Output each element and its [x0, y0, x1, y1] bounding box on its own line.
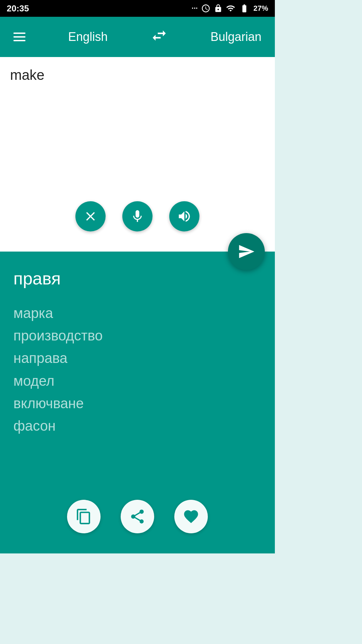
- translation-input[interactable]: make: [10, 67, 265, 195]
- battery-percent: 27%: [253, 4, 268, 13]
- translation-area: правя марка производство направа модел в…: [0, 252, 275, 553]
- alarm-icon: [201, 4, 210, 13]
- bottom-actions: [0, 500, 275, 533]
- speaker-button[interactable]: [169, 201, 199, 231]
- lock-icon: [214, 4, 223, 13]
- header: English Bulgarian: [0, 17, 275, 57]
- menu-button[interactable]: [13, 33, 25, 41]
- translation-word-5: включване: [13, 392, 261, 415]
- favorite-icon: [183, 508, 199, 525]
- input-area: make: [0, 57, 275, 252]
- translation-word-3: направа: [13, 347, 261, 369]
- source-language[interactable]: English: [68, 30, 108, 44]
- mic-icon: [130, 209, 145, 224]
- translation-word-2: производство: [13, 324, 261, 347]
- favorite-button[interactable]: [174, 500, 208, 533]
- send-icon: [238, 243, 255, 260]
- clear-button[interactable]: [75, 201, 106, 231]
- status-bar: 20:35 ··· 27%: [0, 0, 275, 17]
- translation-secondary: марка производство направа модел включва…: [13, 302, 261, 437]
- swap-button[interactable]: [150, 27, 168, 47]
- share-button[interactable]: [121, 500, 154, 533]
- mic-button[interactable]: [122, 201, 153, 231]
- input-actions: [10, 195, 265, 235]
- translation-word-1: марка: [13, 302, 261, 324]
- dots-icon: ···: [192, 4, 198, 13]
- translation-word-4: модел: [13, 370, 261, 392]
- target-language[interactable]: Bulgarian: [210, 30, 261, 44]
- battery-icon: [239, 4, 250, 13]
- time: 20:35: [7, 3, 29, 14]
- close-icon: [83, 209, 98, 224]
- copy-button[interactable]: [67, 500, 101, 533]
- translation-word-6: фасон: [13, 415, 261, 437]
- copy-icon: [75, 508, 92, 525]
- translation-primary: правя: [13, 268, 261, 288]
- main-wrapper: make пр: [0, 57, 275, 553]
- send-button[interactable]: [228, 233, 265, 270]
- speaker-icon: [177, 209, 192, 224]
- signal-icon: [226, 4, 235, 13]
- share-icon: [129, 508, 146, 525]
- status-icons: ··· 27%: [192, 4, 268, 13]
